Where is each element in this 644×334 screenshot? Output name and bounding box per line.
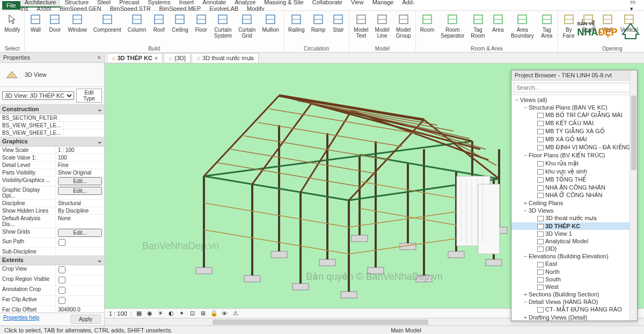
menu-tab-collaborate[interactable]: Collaborate xyxy=(308,0,347,6)
window-button[interactable]: Window xyxy=(65,12,89,34)
tree-node[interactable]: North xyxy=(511,268,637,275)
tree-node[interactable]: MB KẾT CẤU MÁI xyxy=(511,119,637,127)
tree-node[interactable]: East xyxy=(511,260,637,267)
prop-row[interactable]: View Scale1 : 100 xyxy=(0,147,104,154)
prop-row[interactable]: BS_VIEW_SHEET_LE... xyxy=(0,122,104,129)
prop-value[interactable]: Edit... xyxy=(56,228,104,237)
prop-value[interactable] xyxy=(56,286,104,295)
model-line-button[interactable]: Model Line xyxy=(373,12,392,40)
tree-node[interactable]: MB TY GIẰNG XÀ GỒ xyxy=(511,127,637,135)
prop-value[interactable]: 1 : 100 xyxy=(56,147,104,154)
tag-room-button[interactable]: Tag Room xyxy=(469,12,487,40)
visual-style-icon[interactable]: ◉ xyxy=(146,310,153,317)
checkbox[interactable] xyxy=(58,266,65,273)
tree-node[interactable]: {3D} xyxy=(511,245,637,252)
menu-tab-manage[interactable]: Manage xyxy=(368,0,398,6)
ramp-button[interactable]: Ramp xyxy=(309,12,328,34)
tree-node[interactable]: −Elevations (Building Elevation) xyxy=(511,252,637,260)
vertical-scrollbar[interactable] xyxy=(630,95,637,321)
prop-row[interactable]: Crop Region Visible xyxy=(0,275,104,286)
curtain-system-button[interactable]: Curtain System xyxy=(212,12,234,40)
prop-row[interactable]: Crop View xyxy=(0,265,104,275)
prop-value[interactable] xyxy=(64,122,105,129)
checkbox[interactable] xyxy=(58,277,65,284)
modify-button[interactable]: Modify xyxy=(2,12,22,34)
room-separator-button[interactable]: Room Separator xyxy=(438,12,466,40)
tree-node[interactable]: −Views (all) xyxy=(511,96,637,104)
tree-node[interactable]: +Drafting Views (Detail) xyxy=(511,314,637,321)
prop-row[interactable]: Far Clip Active xyxy=(0,296,104,306)
reveal-icon[interactable]: ⚠ xyxy=(232,310,239,317)
hide-icon[interactable]: 👁 xyxy=(221,310,229,317)
component-button[interactable]: Component xyxy=(91,12,123,34)
prop-row[interactable]: BS_SECTION_FILTER xyxy=(0,114,104,122)
prop-value[interactable]: By Discipline xyxy=(56,207,104,214)
ceiling-button[interactable]: Ceiling xyxy=(170,12,191,34)
prop-value[interactable]: Edit... xyxy=(56,177,104,186)
tree-toggle[interactable]: − xyxy=(522,207,529,214)
by-face-button[interactable]: By Face xyxy=(560,12,577,40)
tree-node[interactable]: −Detail Views (HÀNG RÀO) xyxy=(511,298,637,306)
prop-value[interactable] xyxy=(56,238,104,248)
tree-node[interactable]: NHÀ Ở CÔNG NHÂN xyxy=(511,191,637,199)
floor-button[interactable]: Floor xyxy=(193,12,210,34)
detail-level-icon[interactable]: ▦ xyxy=(135,310,143,317)
prop-row[interactable]: BS_VIEW_SHEET_LE... xyxy=(0,129,104,137)
prop-row[interactable]: Detail LevelFine xyxy=(0,162,104,169)
prop-section-construction[interactable]: Construction⌄ xyxy=(0,105,104,114)
prop-row[interactable]: Default Analysis Dis...None xyxy=(0,215,104,228)
properties-help-link[interactable]: Properties help xyxy=(3,315,39,324)
checkbox[interactable] xyxy=(58,239,65,246)
crop-region-icon[interactable]: ⊞ xyxy=(200,310,207,317)
tree-node[interactable]: West xyxy=(511,283,637,291)
checkbox[interactable] xyxy=(58,297,65,304)
prop-value[interactable]: Show Original xyxy=(56,169,104,176)
prop-row[interactable]: Show Hidden LinesBy Discipline xyxy=(0,207,104,215)
tree-node[interactable]: CT- MẶT ĐỨNG HÀNG RÀO xyxy=(511,306,637,314)
checkbox[interactable] xyxy=(58,287,65,294)
rendering-icon[interactable]: ✦ xyxy=(178,310,186,317)
shadows-icon[interactable]: ◐ xyxy=(167,310,175,317)
tree-toggle[interactable]: + xyxy=(522,200,529,206)
tree-node[interactable]: South xyxy=(511,275,637,283)
scale-label[interactable]: 1 : 100 xyxy=(109,310,127,317)
tree-node[interactable]: 3D View 1 xyxy=(511,230,637,237)
tree-node[interactable]: MB ĐỊNH VỊ MÓNG - ĐÀ KIỀNG xyxy=(511,143,637,151)
view-tab[interactable]: ⌂{3D} xyxy=(164,53,191,62)
tree-node[interactable]: MB TỔNG THỂ xyxy=(511,176,637,184)
prop-value[interactable] xyxy=(56,265,104,275)
edit-button[interactable]: Edit... xyxy=(58,177,102,185)
prop-row[interactable]: Sub-Discipline xyxy=(0,248,104,256)
mullion-button[interactable]: Mullion xyxy=(260,12,281,34)
prop-value[interactable] xyxy=(56,296,104,306)
prop-row[interactable]: Graphic Display Opt...Edit... xyxy=(0,186,104,200)
prop-value[interactable]: Edit... xyxy=(56,186,104,199)
sun-path-icon[interactable]: ☀ xyxy=(157,310,164,317)
area-boundary-button[interactable]: Area Boundary xyxy=(509,12,536,40)
properties-grid[interactable]: Construction⌄BS_SECTION_FILTERBS_VIEW_SH… xyxy=(0,105,104,313)
view-tab[interactable]: ⌂3D thoát nước mưa xyxy=(192,53,258,63)
tree-toggle[interactable]: − xyxy=(522,299,529,305)
tree-toggle[interactable]: − xyxy=(522,253,529,259)
room-button[interactable]: Room xyxy=(418,12,437,34)
prop-row[interactable]: Visibility/Graphics ...Edit... xyxy=(0,177,104,186)
browser-tree[interactable]: −Views (all)−Structural Plans (BAN VE KC… xyxy=(511,95,637,321)
prop-row[interactable]: Scale Value 1:100 xyxy=(0,154,104,162)
tree-node[interactable]: −3D Views xyxy=(511,207,637,214)
search-input[interactable] xyxy=(514,83,635,92)
close-icon[interactable]: × xyxy=(155,55,158,61)
tree-node[interactable]: Analytical Model xyxy=(511,237,637,245)
roof-button[interactable]: Roof xyxy=(150,12,167,34)
menu-tab-view[interactable]: View xyxy=(347,0,368,6)
prop-row[interactable]: Parts VisibilityShow Original xyxy=(0,169,104,177)
tree-node[interactable]: Khu rửa mặt xyxy=(511,159,637,168)
stair-button[interactable]: Stair xyxy=(330,12,347,34)
model-text-button[interactable]: Model Text xyxy=(352,12,370,40)
prop-section-graphics[interactable]: Graphics⌄ xyxy=(0,137,104,147)
prop-row[interactable]: Sun Path xyxy=(0,238,104,248)
tree-node[interactable]: +Ceiling Plans xyxy=(511,199,637,207)
edit-button[interactable]: Edit... xyxy=(58,187,102,195)
tree-node[interactable]: khu vực vệ sinh xyxy=(511,168,637,176)
edit-button[interactable]: Edit... xyxy=(58,229,102,237)
prop-value[interactable] xyxy=(64,129,105,136)
